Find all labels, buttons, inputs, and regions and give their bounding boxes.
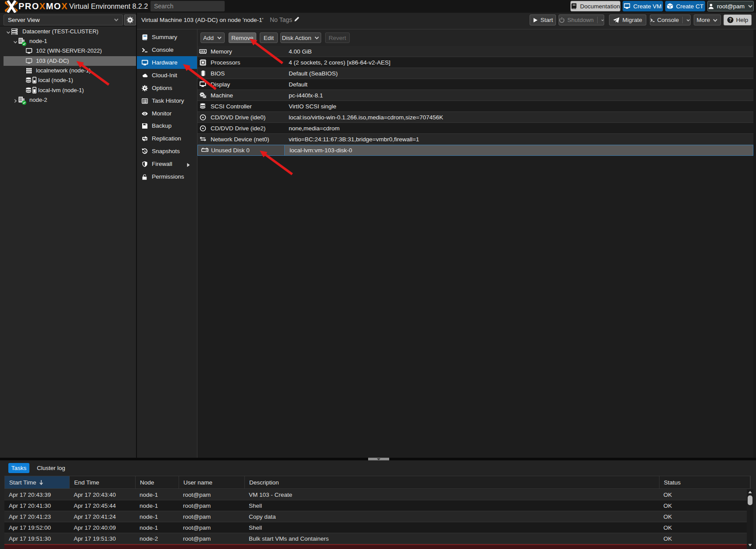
svg-text:?: ? bbox=[729, 18, 731, 22]
